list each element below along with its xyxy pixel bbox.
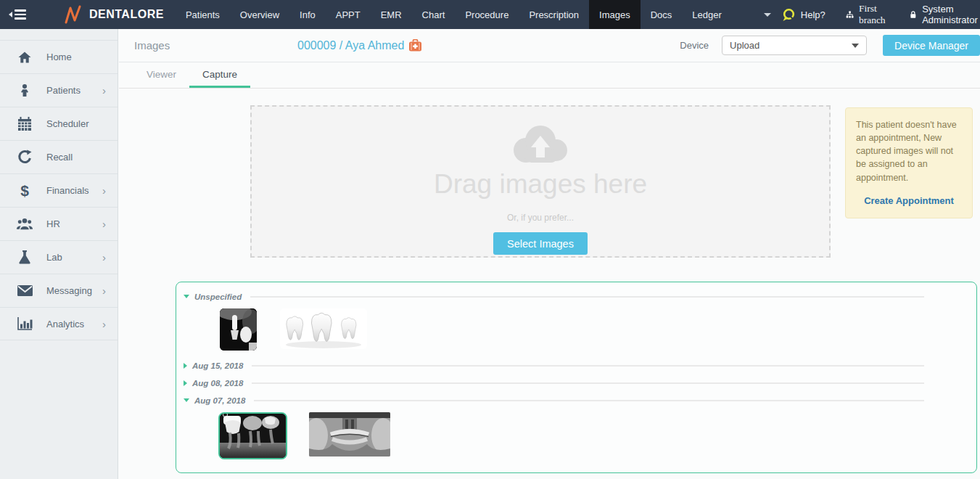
notice-text: This patient doesn't have an appointment… xyxy=(856,118,962,184)
chevron-right-icon: › xyxy=(102,218,106,229)
sidebar-item-label: Home xyxy=(46,52,72,62)
hamburger-icon xyxy=(15,9,26,20)
gallery-group-aug-07-2018[interactable]: Aug 07, 2018 xyxy=(184,393,976,408)
user-menu[interactable]: System Administrator xyxy=(910,4,980,25)
patient-link-label: 000009 / Aya Ahmed xyxy=(297,39,404,52)
nav-item-prescription[interactable]: Prescription xyxy=(519,0,589,29)
patient-link[interactable]: 000009 / Aya Ahmed xyxy=(297,39,422,52)
branch-sitemap-icon xyxy=(846,9,854,20)
cloud-upload-icon xyxy=(506,120,575,168)
device-select[interactable]: Upload xyxy=(722,36,867,55)
sidebar-item-lab[interactable]: Lab › xyxy=(0,240,118,274)
sidebar-item-label: Scheduler xyxy=(46,118,89,129)
brand-name: DENTALORE xyxy=(89,8,164,21)
nav-item-chart[interactable]: Chart xyxy=(412,0,456,29)
select-images-button[interactable]: Select Images xyxy=(493,232,588,255)
sidebar-item-patients[interactable]: Patients › xyxy=(0,73,118,107)
sidebar-item-label: Financials xyxy=(46,185,89,196)
sidebar-item-home[interactable]: Home xyxy=(0,40,118,73)
group-divider xyxy=(252,365,924,367)
tab-viewer[interactable]: Viewer xyxy=(133,62,189,88)
nav-more-dropdown[interactable] xyxy=(754,0,781,29)
group-divider xyxy=(250,296,924,298)
thumbnail-periapical-implant-xray[interactable] xyxy=(220,308,257,351)
thumbnail-panoramic-xray[interactable] xyxy=(309,412,390,457)
sidebar-item-analytics[interactable]: Analytics › xyxy=(0,307,118,340)
caret-right-icon xyxy=(184,363,187,369)
nav-item-procedure[interactable]: Procedure xyxy=(455,0,519,29)
gallery-group-unspecified[interactable]: Unspecified xyxy=(184,289,976,304)
sidebar-item-hr[interactable]: HR › xyxy=(0,207,118,240)
device-label: Device xyxy=(680,40,709,51)
thumbnail-molar-bitewing-xray-selected[interactable] xyxy=(218,412,287,459)
group-label: Aug 07, 2018 xyxy=(194,396,245,405)
sidebar-item-financials[interactable]: $ Financials › xyxy=(0,173,118,207)
sidebar-item-messaging[interactable]: Messaging › xyxy=(0,274,118,307)
appointment-notice: This patient doesn't have an appointment… xyxy=(845,107,973,218)
page-title: Images xyxy=(134,39,297,52)
nav-item-overview[interactable]: Overview xyxy=(230,0,289,29)
page-header: Images 000009 / Aya Ahmed Device Upload … xyxy=(119,29,980,62)
help-button[interactable]: Help? xyxy=(781,8,825,22)
gallery-group-aug-08-2018[interactable]: Aug 08, 2018 xyxy=(184,375,976,390)
chevron-right-icon: › xyxy=(102,185,106,196)
nav-item-emr[interactable]: EMR xyxy=(371,0,412,29)
sidebar-item-label: Messaging xyxy=(46,285,92,296)
calendar-icon xyxy=(16,116,33,131)
device-select-value: Upload xyxy=(730,40,759,51)
image-dropzone[interactable]: Drag images here Or, if you prefer... Se… xyxy=(250,105,831,258)
chevron-down-icon xyxy=(764,13,771,17)
user-label: System Administrator xyxy=(922,4,980,25)
top-navbar: DENTALORE Patients Overview Info APPT EM… xyxy=(0,0,980,29)
bar-chart-icon xyxy=(16,316,33,331)
lock-icon xyxy=(910,9,917,20)
thumb-row-aug-07 xyxy=(184,408,976,467)
thumbnail-three-teeth-3d-render[interactable] xyxy=(280,308,367,349)
thumb-row-unspecified xyxy=(184,304,976,358)
gallery-group-aug-15-2018[interactable]: Aug 15, 2018 xyxy=(184,358,976,373)
svg-text:$: $ xyxy=(20,182,29,199)
images-tabs: Viewer Capture xyxy=(119,62,980,89)
group-label: Aug 15, 2018 xyxy=(192,361,243,370)
caret-down-icon xyxy=(184,295,189,298)
chevron-right-icon: › xyxy=(102,319,106,329)
chevron-right-icon: › xyxy=(102,252,106,263)
sidebar-item-scheduler[interactable]: Scheduler xyxy=(0,107,118,140)
sidebar-item-label: Patients xyxy=(46,85,81,96)
nav-item-images[interactable]: Images xyxy=(589,0,641,29)
help-bubble-icon xyxy=(781,8,796,22)
medical-kit-icon xyxy=(408,39,422,52)
chevron-right-icon: › xyxy=(102,285,106,296)
sidebar-item-label: Recall xyxy=(46,152,73,163)
nav-item-docs[interactable]: Docs xyxy=(641,0,683,29)
chevron-right-icon: › xyxy=(102,85,106,96)
nav-item-appt[interactable]: APPT xyxy=(326,0,371,29)
nav-item-ledger[interactable]: Ledger xyxy=(682,0,731,29)
sidebar-item-label: Analytics xyxy=(46,319,84,329)
capture-section: Drag images here Or, if you prefer... Se… xyxy=(119,105,980,258)
app-logo[interactable]: DENTALORE xyxy=(64,0,164,29)
pulse-logo-icon xyxy=(64,4,83,25)
group-label: Aug 08, 2018 xyxy=(192,379,243,388)
dollar-icon: $ xyxy=(16,182,33,200)
branch-selector[interactable]: First branch xyxy=(846,3,890,26)
sidebar-item-label: Lab xyxy=(46,252,62,263)
main-nav: Patients Overview Info APPT EMR Chart Pr… xyxy=(176,0,781,29)
selection-indicator xyxy=(223,412,228,417)
left-sidebar: Home Patients › Scheduler Recall $ Finan… xyxy=(0,29,118,479)
create-appointment-link[interactable]: Create Appointment xyxy=(856,195,962,206)
patient-icon xyxy=(16,83,33,98)
sidebar-toggle-button[interactable] xyxy=(9,0,26,29)
sidebar-item-label: HR xyxy=(46,218,60,229)
nav-item-patients[interactable]: Patients xyxy=(176,0,230,29)
image-gallery-panel: Unspecified xyxy=(176,282,977,473)
caret-right-icon xyxy=(184,380,187,386)
sidebar-item-recall[interactable]: Recall xyxy=(0,140,118,173)
nav-item-info[interactable]: Info xyxy=(289,0,326,29)
tab-capture[interactable]: Capture xyxy=(189,62,250,88)
navbar-right-group: Help? First branch System Administrator xyxy=(781,0,980,29)
device-manager-button[interactable]: Device Manager xyxy=(883,35,980,56)
main-content: Images 000009 / Aya Ahmed Device Upload … xyxy=(119,29,980,479)
branch-label: First branch xyxy=(859,3,890,26)
refresh-icon xyxy=(16,150,33,165)
